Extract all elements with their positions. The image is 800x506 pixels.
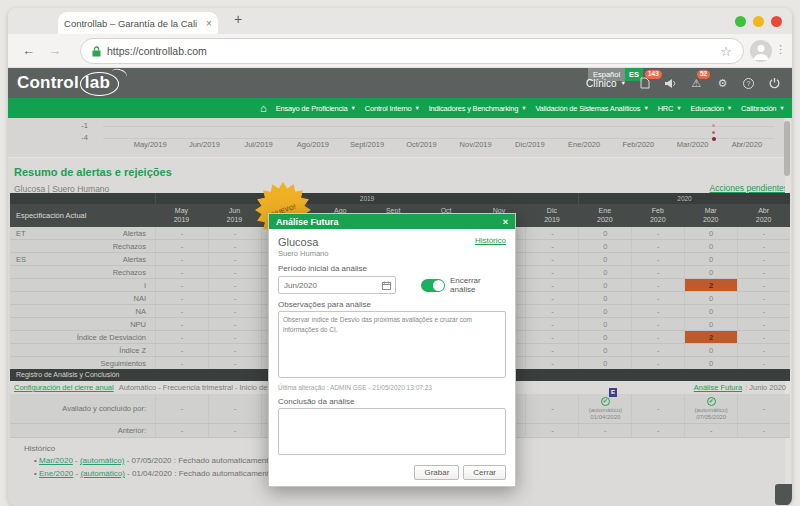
nav-item-ensayo-de-proficiencia[interactable]: Ensayo de Proficiencia▼ [276, 104, 356, 113]
data-point [712, 137, 716, 141]
chart-x-label: Sept/2019 [340, 140, 394, 149]
history-month-link[interactable]: Ene/2020 [39, 469, 73, 478]
table-cell: - [525, 292, 578, 304]
chart-x-label: May/2019 [123, 140, 177, 149]
modal-title: Análise Futura [276, 217, 339, 227]
profile-avatar[interactable] [750, 40, 772, 66]
close-analysis-toggle[interactable] [421, 279, 445, 292]
table-cell: - [631, 424, 684, 437]
table-cell: - [737, 357, 790, 369]
table-cell: 0 [684, 344, 737, 356]
gear-icon[interactable]: ⚙ [715, 76, 730, 90]
history-auto-link[interactable]: (automático) [80, 469, 124, 478]
row-label-cell: Rechazos [10, 240, 155, 252]
row-label-cell: Rechazos [10, 266, 155, 278]
history-auto-link[interactable]: (automático) [80, 456, 124, 465]
url-text: https://controllab.com [107, 45, 207, 57]
table-cell: - [208, 344, 261, 356]
table-cell: - [631, 331, 684, 343]
table-cell: - [155, 227, 208, 239]
back-icon[interactable]: ← [22, 43, 35, 58]
month-name: Jun [208, 207, 261, 216]
nav-item-calibraci-n[interactable]: Calibración▼ [741, 104, 785, 113]
bookmark-star-icon[interactable]: ☆ [720, 44, 732, 59]
modal-history-link[interactable]: Histórico [475, 236, 506, 245]
controllab-logo[interactable]: Controllab [17, 72, 119, 96]
spec-header: Especificación Actual [10, 211, 155, 220]
tab-title: Controllab – Garantía de la Cali [64, 18, 197, 29]
month-name: May [155, 207, 208, 216]
minimize-light[interactable] [735, 16, 746, 27]
forward-icon[interactable]: → [48, 43, 61, 58]
nav-item-control-interno[interactable]: Control Interno▼ [365, 104, 420, 113]
chart-x-label: Jun/2019 [177, 140, 231, 149]
period-label: Período inicial da análise [278, 264, 506, 273]
browser-toolbar: ← → https://controllab.com ☆ ⋮ [8, 34, 792, 68]
announcement-icon[interactable] [663, 76, 678, 90]
url-bar[interactable]: https://controllab.com ☆ [80, 38, 744, 64]
chevron-down-icon: ▼ [676, 105, 681, 111]
table-cell: - [155, 424, 208, 437]
table-cell: - [578, 424, 631, 437]
documents-icon[interactable]: 143 [637, 76, 652, 90]
chevron-down-icon: ▼ [779, 105, 784, 111]
month-year: 2019 [155, 216, 208, 225]
help-icon[interactable]: ? [741, 76, 756, 90]
browser-tab[interactable]: Controllab – Garantía de la Cali × [58, 12, 218, 34]
tab-close-icon[interactable]: × [206, 18, 212, 29]
app-header: Controllab Español ES Clínico▼ 143 ⚠ 52 … [8, 68, 792, 98]
chart-x-label: Jul/2019 [232, 140, 286, 149]
conclusion-textarea[interactable] [278, 408, 506, 455]
pending-actions-link[interactable]: Acciones pendientes [710, 183, 788, 193]
chevron-down-icon: ▼ [414, 105, 419, 111]
calendar-icon[interactable] [382, 276, 391, 294]
new-tab-button[interactable]: + [234, 11, 242, 27]
toggle-label: Encerrar análise [450, 276, 506, 294]
table-cell: - [208, 279, 261, 291]
nav-item-validaci-n-de-sistemas-anal-ticos[interactable]: Validación de Sistemas Analíticos▼ [535, 104, 648, 113]
chart-x-label: Dic/2019 [503, 140, 557, 149]
conclusion-label: Conclusão da análise [278, 397, 506, 406]
chart-x-label: Nov/2019 [449, 140, 503, 149]
section-title: Resumo de alertas e rejeições [14, 166, 172, 178]
history-month-link[interactable]: Mar/2020 [39, 456, 73, 465]
period-input[interactable] [278, 276, 396, 294]
month-year: 2020 [737, 216, 790, 225]
chevron-down-icon: ▼ [351, 105, 356, 111]
restore-light[interactable] [753, 16, 764, 27]
observations-textarea[interactable]: Observar índice de Desvio das próximas a… [278, 311, 506, 378]
table-cell: - [737, 424, 790, 437]
warning-icon[interactable]: ⚠ 52 [689, 76, 704, 90]
table-cell: - [631, 394, 684, 423]
modal-close-icon[interactable]: × [503, 217, 508, 227]
row-label-cell: ESAlertas [10, 253, 155, 265]
future-analysis-link[interactable]: Análise Futura [694, 383, 742, 392]
profile-dropdown[interactable]: Clínico▼ [586, 78, 626, 89]
scroll-corner-button[interactable] [775, 484, 792, 505]
chevron-down-icon: ▼ [727, 105, 732, 111]
nav-item-hrc[interactable]: HRC▼ [658, 104, 682, 113]
row-label-cell: Índice Z [10, 344, 155, 356]
power-icon[interactable] [767, 76, 782, 90]
future-analysis-value: : Junio 2020 [745, 383, 786, 392]
close-light[interactable] [771, 16, 782, 27]
alert-cell: 2 [684, 279, 737, 291]
table-cell: - [631, 240, 684, 252]
nav-item-indicadores-y-benchmarking[interactable]: Indicadores y Benchmarking▼ [429, 104, 527, 113]
month-year: 2020 [684, 216, 737, 225]
scrollbar-thumb[interactable] [784, 121, 790, 176]
browser-menu-icon[interactable]: ⋮ [775, 43, 786, 56]
table-cell: - [155, 253, 208, 265]
home-icon[interactable]: ⌂ [260, 102, 267, 114]
save-button[interactable]: Grabar [414, 465, 459, 480]
row-group: ES [16, 255, 26, 264]
nav-item-educaci-n[interactable]: Educación▼ [691, 104, 732, 113]
tab-bar: Controllab – Garantía de la Cali × + [8, 8, 792, 34]
year-group-2020: 2020 [578, 193, 790, 204]
config-link[interactable]: Configuración del cierre anual [14, 383, 114, 392]
row-label-cell: NA [10, 305, 155, 317]
close-button[interactable]: Cerrar [463, 465, 506, 480]
table-cell: - [737, 394, 790, 423]
row-label: Rechazos [113, 268, 146, 277]
row-label-cell: Índice de Desviación [10, 331, 155, 343]
